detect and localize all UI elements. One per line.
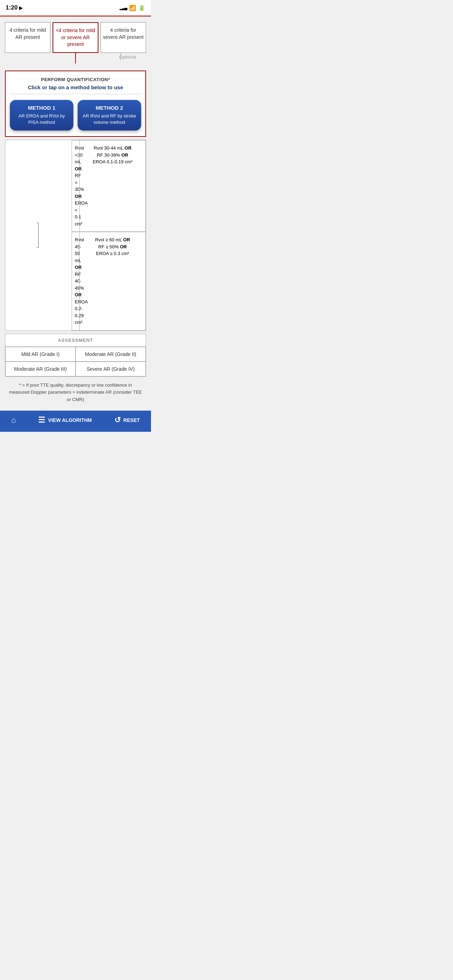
algorithm-nav-item[interactable]: ☰ VIEW ALGORITHM bbox=[38, 415, 92, 425]
footnote: * = If poor TTE quality, discrepancy or … bbox=[5, 382, 146, 407]
mixed-criteria-box[interactable]: <4 criteria for mild or severe AR presen… bbox=[52, 22, 98, 53]
method2-button[interactable]: METHOD 2 AR RVol and RF by stroke volume… bbox=[78, 100, 141, 130]
optional-label: Optional bbox=[119, 54, 136, 60]
algorithm-label: VIEW ALGORITHM bbox=[48, 417, 92, 423]
location-icon: ▶ bbox=[19, 5, 22, 11]
reset-nav-item[interactable]: ↺ RESET bbox=[114, 415, 140, 425]
assessment-cell-1: Mild AR (Grade I) bbox=[5, 347, 75, 361]
algorithm-icon: ☰ bbox=[38, 415, 45, 425]
reset-label: RESET bbox=[124, 417, 140, 423]
assessment-header: ASSESSMENT bbox=[5, 334, 146, 347]
bottom-nav: ⌂ ☰ VIEW ALGORITHM ↺ RESET bbox=[0, 410, 151, 432]
methods-row: METHOD 1 AR EROA and RVol by PISA method… bbox=[10, 100, 141, 130]
status-icons: ▂▃▄ 📶 🔋 bbox=[119, 5, 145, 11]
main-content: 4 criteria for mild AR present <4 criter… bbox=[0, 17, 151, 410]
top-criteria-row: 4 criteria for mild AR present <4 criter… bbox=[5, 22, 146, 53]
assessment-cell-3: Moderate AR (Grade III) bbox=[5, 361, 75, 376]
quant-title: PERFORM QUANTIFICATION* bbox=[10, 77, 141, 82]
result-top-right: Rvol 30-44 mL ORRF 30-39% OREROA 0.1-0.1… bbox=[79, 140, 146, 232]
result-bottom-left: Rvol 45-59 mL ORRF 40-49% OREROA 0.2-0.2… bbox=[72, 232, 79, 331]
result-bottom-right: Rvol ≥ 60 mL ORRF ≥ 50% OREROA ≥ 0.3 cm² bbox=[79, 232, 146, 331]
home-icon: ⌂ bbox=[11, 415, 16, 425]
assessment-cell-4: Severe AR (Grade IV) bbox=[75, 361, 146, 376]
mild-criteria-box[interactable]: 4 criteria for mild AR present bbox=[5, 22, 51, 53]
battery-icon: 🔋 bbox=[138, 5, 145, 11]
results-container: Rvol <30 mL ORRF < 30% OREROA < 0.1 cm² … bbox=[5, 140, 146, 331]
status-bar: 1:20 ▶ ▂▃▄ 📶 🔋 bbox=[0, 0, 151, 16]
method2-desc: AR RVol and RF by stroke volume method bbox=[81, 113, 138, 126]
method1-title: METHOD 1 bbox=[13, 105, 70, 111]
method1-desc: AR EROA and RVol by PISA method bbox=[13, 113, 70, 126]
method2-title: METHOD 2 bbox=[81, 105, 138, 111]
assessment-cell-2: Moderate AR (Grade II) bbox=[75, 347, 146, 361]
status-time: 1:20 ▶ bbox=[6, 4, 22, 11]
assessment-table: ASSESSMENT Mild AR (Grade I) Moderate AR… bbox=[5, 334, 146, 377]
bracket-column bbox=[5, 140, 72, 331]
severe-criteria-box[interactable]: 4 criteria for severe AR present bbox=[100, 22, 146, 53]
home-nav-item[interactable]: ⌂ bbox=[11, 415, 16, 425]
wifi-icon: 📶 bbox=[129, 5, 136, 11]
quantification-box: PERFORM QUANTIFICATION* Click or tap on … bbox=[5, 70, 146, 137]
assessment-grid: Mild AR (Grade I) Moderate AR (Grade II)… bbox=[5, 347, 146, 376]
result-top-left: Rvol <30 mL ORRF < 30% OREROA < 0.1 cm² bbox=[72, 140, 79, 232]
method1-button[interactable]: METHOD 1 AR EROA and RVol by PISA method bbox=[10, 100, 73, 130]
bracket-svg bbox=[35, 211, 42, 260]
connector-area: Optional bbox=[5, 53, 146, 70]
quant-subtitle: Click or tap on a method below to use bbox=[10, 84, 141, 94]
reset-icon: ↺ bbox=[114, 415, 121, 425]
signal-icon: ▂▃▄ bbox=[119, 6, 127, 10]
